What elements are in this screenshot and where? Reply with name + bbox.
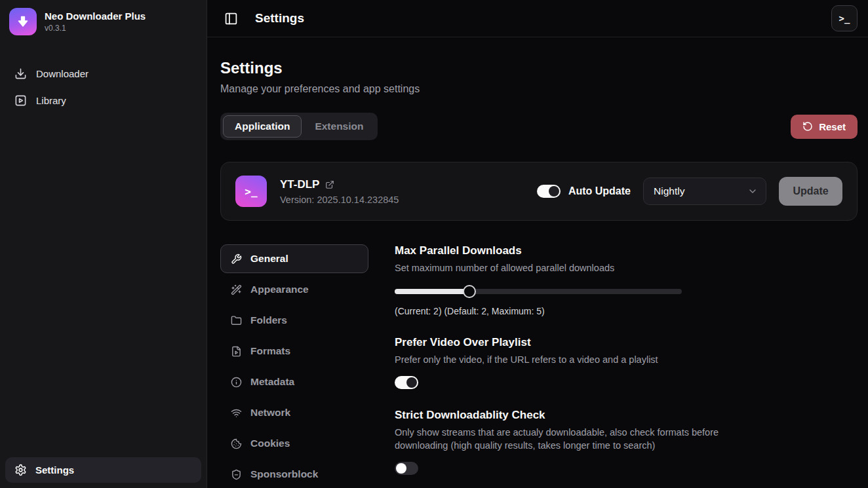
wifi-icon [231, 407, 242, 419]
tab-extension[interactable]: Extension [303, 115, 375, 138]
settings-nav-network[interactable]: Network [220, 398, 368, 427]
settings-nav-metadata[interactable]: Metadata [220, 367, 368, 396]
settings-nav-label: Formats [250, 345, 290, 357]
reset-button[interactable]: Reset [791, 115, 858, 139]
tab-application[interactable]: Application [223, 115, 302, 138]
settings-nav-label: General [250, 253, 288, 265]
sidebar-item-settings[interactable]: Settings [5, 457, 201, 483]
topbar-title: Settings [255, 11, 304, 26]
update-button[interactable]: Update [779, 177, 842, 206]
update-channel-select[interactable]: Nightly [643, 178, 766, 205]
settings-category-nav: General Appearance [220, 244, 368, 488]
ytdlp-version: Version: 2025.10.14.232845 [280, 195, 399, 205]
terminal-icon: >_ [839, 13, 850, 24]
page-title: Settings [220, 59, 858, 77]
ytdlp-card: >_ YT-DLP Version: 2025.10.14.232845 Aut… [220, 162, 858, 221]
update-channel-value: Nightly [654, 185, 684, 197]
settings-nav-folders[interactable]: Folders [220, 306, 368, 335]
toggle-knob [549, 186, 559, 197]
rotate-ccw-icon [802, 121, 813, 132]
slider-hint: (Current: 2) (Default: 2, Maximum: 5) [395, 306, 732, 316]
sidebar-bottom: Settings [0, 452, 207, 488]
setting-title: Prefer Video Over Playlist [395, 336, 732, 349]
app-brand: Neo Downloader Plus v0.3.1 [0, 0, 207, 42]
sidebar-item-label: Downloader [36, 68, 89, 79]
page-subtitle: Manage your preferences and app settings [220, 83, 858, 95]
settings-nav-appearance[interactable]: Appearance [220, 275, 368, 304]
sidebar-item-library[interactable]: Library [0, 87, 207, 114]
topbar: Settings >_ [207, 0, 868, 37]
download-icon [14, 67, 27, 80]
sidebar-item-label: Library [36, 95, 66, 106]
settings-nav-general[interactable]: General [220, 244, 368, 273]
wrench-icon [231, 253, 242, 265]
settings-nav-cookies[interactable]: Cookies [220, 429, 368, 458]
external-link-icon[interactable] [325, 180, 334, 189]
settings-nav-label: Sponsorblock [250, 468, 318, 480]
panel-left-icon [224, 12, 238, 26]
setting-strict-check: Strict Downloadablity Check Only show st… [395, 409, 732, 475]
sidebar-toggle-button[interactable] [222, 9, 241, 28]
library-icon [14, 94, 27, 107]
prefer-video-toggle[interactable] [395, 376, 418, 389]
settings-nav-sponsorblock[interactable]: Sponsorblock [220, 460, 368, 488]
settings-nav-label: Network [250, 407, 290, 419]
gear-icon [14, 464, 27, 476]
settings-nav-label: Metadata [250, 376, 294, 388]
setting-title: Strict Downloadablity Check [395, 409, 732, 422]
max-parallel-slider[interactable] [395, 285, 682, 298]
cookie-icon [231, 438, 242, 449]
auto-update-label: Auto Update [568, 185, 631, 197]
settings-nav-formats[interactable]: Formats [220, 337, 368, 366]
folder-icon [231, 315, 242, 326]
setting-description: Set maximum number of allowed parallel d… [395, 261, 732, 274]
settings-nav-label: Appearance [250, 284, 309, 295]
setting-description: Only show streams that are actualy downl… [395, 426, 732, 452]
file-video-icon [231, 346, 242, 357]
app-logo-icon [9, 8, 37, 35]
strict-check-toggle[interactable] [395, 462, 418, 475]
reset-button-label: Reset [819, 121, 846, 132]
app-name: Neo Downloader Plus [45, 10, 146, 23]
setting-title: Max Parallel Downloads [395, 244, 732, 257]
slider-thumb[interactable] [463, 285, 476, 298]
sidebar-item-downloader[interactable]: Downloader [0, 60, 207, 87]
main-area: Settings >_ Settings Manage your prefere… [207, 0, 868, 488]
info-icon [231, 377, 242, 388]
wand-sparkles-icon [231, 284, 242, 295]
toggle-knob [396, 463, 406, 474]
setting-description: Prefer only the video, if the URL refers… [395, 353, 732, 366]
setting-max-parallel-downloads: Max Parallel Downloads Set maximum numbe… [395, 244, 732, 316]
settings-page: Settings Manage your preferences and app… [207, 37, 868, 488]
ytdlp-terminal-icon: >_ [235, 176, 267, 207]
ytdlp-title: YT-DLP [280, 178, 319, 191]
settings-nav-label: Folders [250, 314, 287, 326]
settings-panels: Max Parallel Downloads Set maximum numbe… [395, 244, 732, 488]
auto-update-toggle[interactable] [537, 185, 561, 198]
slider-fill [395, 289, 469, 294]
sidebar: Neo Downloader Plus v0.3.1 Downloader Li… [0, 0, 207, 488]
terminal-button[interactable]: >_ [831, 5, 858, 31]
shield-minus-icon [231, 469, 242, 480]
app-version: v0.3.1 [45, 24, 146, 33]
setting-prefer-video: Prefer Video Over Playlist Prefer only t… [395, 336, 732, 389]
toggle-knob [406, 377, 417, 388]
sidebar-item-label: Settings [35, 464, 74, 476]
settings-tab-group: Application Extension [220, 113, 378, 140]
settings-nav-label: Cookies [250, 438, 290, 449]
chevron-down-icon [747, 186, 758, 197]
sidebar-nav: Downloader Library [0, 60, 207, 114]
